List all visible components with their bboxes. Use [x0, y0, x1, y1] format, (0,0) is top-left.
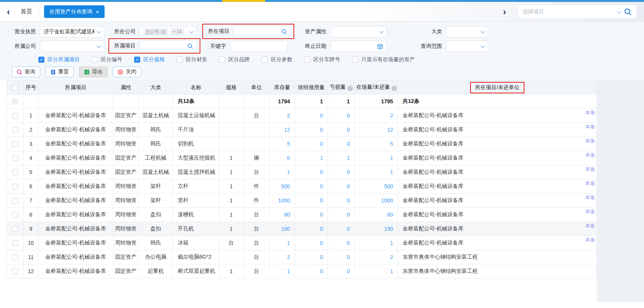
cell-team-qty[interactable]: 0: [295, 236, 328, 250]
cell-team-qty[interactable]: 0: [295, 165, 328, 179]
forward-chevron-icon[interactable]: ›: [503, 7, 506, 16]
cell-loss-qty[interactable]: 0: [328, 109, 355, 123]
cell-loss-qty[interactable]: 0: [328, 123, 355, 137]
keyword-input[interactable]: [230, 41, 287, 52]
cell-loss-qty[interactable]: 0: [328, 137, 355, 151]
checkbox-icon[interactable]: [262, 57, 268, 63]
close-button[interactable]: 关闭: [113, 67, 141, 77]
cell-team-qty[interactable]: 0: [295, 222, 328, 236]
cell-onsite-qty[interactable]: 12: [355, 123, 398, 137]
checkbox-icon[interactable]: [304, 57, 310, 63]
checkbox-icon[interactable]: [92, 57, 98, 63]
search-icon[interactable]: [624, 8, 632, 16]
cell-stock-qty[interactable]: 12: [270, 123, 295, 137]
cell-stock-qty[interactable]: 0: [270, 151, 295, 165]
cell-onsite-qty[interactable]: 500: [355, 179, 398, 194]
end-date-input[interactable]: [330, 41, 387, 52]
checkbox-distinguish-number[interactable]: 区分编号: [92, 56, 122, 63]
cell-stock-qty[interactable]: 1: [270, 236, 295, 250]
row-checkbox[interactable]: [12, 198, 18, 204]
cell-loss-qty[interactable]: 0: [328, 222, 355, 236]
cell-team-qty[interactable]: 0: [295, 179, 328, 194]
cell-loss-qty[interactable]: 0: [328, 264, 355, 279]
tab-active-asset-query[interactable]: 在用资产分布查询 ×: [44, 5, 105, 18]
asset-attribute-select[interactable]: [330, 26, 387, 37]
onsite-link[interactable]: 本场: [585, 237, 595, 243]
row-checkbox[interactable]: [12, 155, 18, 161]
cell-onsite-qty[interactable]: 1000: [355, 194, 398, 208]
cell-onsite-qty[interactable]: 80: [355, 208, 398, 222]
cell-loss-qty[interactable]: 0: [328, 179, 355, 194]
close-tab-icon[interactable]: ×: [96, 9, 99, 15]
cell-onsite-qty[interactable]: 1: [355, 151, 398, 165]
cell-onsite-qty[interactable]: 5: [355, 137, 398, 151]
row-checkbox[interactable]: [12, 212, 18, 218]
onsite-link[interactable]: 本场: [585, 209, 595, 215]
chevron-down-icon[interactable]: [617, 9, 621, 13]
cell-onsite-qty[interactable]: 2: [355, 250, 398, 264]
cell-loss-qty[interactable]: 1: [328, 151, 355, 165]
business-license-select[interactable]: 济宁金虹装配式建筑科技: [40, 26, 104, 37]
cell-onsite-qty[interactable]: 2: [355, 109, 398, 123]
cell-onsite-qty[interactable]: 190: [355, 222, 398, 236]
row-checkbox[interactable]: [12, 141, 18, 147]
owning-project-input[interactable]: [139, 40, 197, 52]
tab-home[interactable]: 首页: [21, 8, 32, 15]
checkbox-icon[interactable]: ✓: [38, 57, 44, 63]
back-chevron-icon[interactable]: ‹: [7, 7, 10, 16]
cell-loss-qty[interactable]: 0: [328, 194, 355, 208]
owning-company-select[interactable]: [40, 41, 104, 52]
export-button[interactable]: X导出: [79, 67, 108, 77]
cell-stock-qty[interactable]: 5: [270, 137, 295, 151]
cell-stock-qty[interactable]: 2: [270, 109, 295, 123]
cell-team-qty[interactable]: 0: [295, 208, 328, 222]
query-button[interactable]: 查询: [11, 67, 40, 77]
cell-onsite-qty[interactable]: 1: [355, 264, 398, 279]
cell-team-qty[interactable]: 0: [295, 194, 328, 208]
checkbox-icon[interactable]: ✓: [134, 57, 140, 63]
cell-team-qty[interactable]: 0: [295, 123, 328, 137]
cell-loss-qty[interactable]: 0: [328, 208, 355, 222]
onsite-link[interactable]: 本场: [585, 194, 595, 201]
row-checkbox[interactable]: [12, 184, 18, 189]
cell-stock-qty[interactable]: 2: [270, 250, 295, 264]
checkbox-icon[interactable]: [177, 57, 183, 63]
row-checkbox[interactable]: [12, 226, 18, 232]
cell-team-qty[interactable]: 0: [295, 109, 328, 123]
select-all-checkbox[interactable]: [12, 85, 18, 91]
cell-stock-qty[interactable]: 190: [270, 222, 295, 236]
cell-stock-qty[interactable]: 1000: [270, 194, 295, 208]
cell-team-qty[interactable]: 1: [295, 151, 328, 165]
cell-team-qty[interactable]: 0: [295, 137, 328, 151]
cell-stock-qty[interactable]: 80: [270, 208, 295, 222]
reset-button[interactable]: 重置: [45, 67, 74, 77]
row-checkbox[interactable]: [12, 240, 18, 246]
cell-stock-qty[interactable]: 500: [270, 179, 295, 194]
checkbox-distinguish-spec[interactable]: ✓区分规格: [134, 56, 165, 63]
current-company-select[interactable]: 总公司✕+ 14: [139, 26, 197, 37]
checkbox-only-onsite-assets[interactable]: 只显示有在场量的资产: [352, 56, 415, 63]
remove-tag-icon[interactable]: ✕: [161, 29, 166, 34]
row-checkbox[interactable]: [12, 169, 18, 175]
query-scope-select[interactable]: [446, 41, 488, 52]
major-category-select[interactable]: [446, 26, 488, 37]
cell-team-qty[interactable]: 0: [295, 264, 328, 279]
current-project-input[interactable]: [233, 26, 291, 37]
cell-stock-qty[interactable]: 1: [270, 165, 295, 179]
row-checkbox[interactable]: [12, 269, 18, 274]
onsite-link[interactable]: 本场: [585, 180, 595, 187]
checkbox-distinguish-parameter[interactable]: 区分参数: [262, 56, 292, 63]
cell-team-qty[interactable]: 0: [295, 250, 328, 264]
row-checkbox[interactable]: [12, 254, 18, 260]
cell-loss-qty[interactable]: 0: [328, 236, 355, 250]
checkbox-icon[interactable]: [352, 57, 358, 63]
project-select-box[interactable]: 选择项目: [518, 5, 637, 19]
onsite-link[interactable]: 本场: [585, 109, 595, 116]
checkbox-distinguish-material[interactable]: 区分材质: [177, 56, 207, 63]
checkbox-icon[interactable]: [219, 57, 225, 63]
cell-loss-qty[interactable]: 0: [328, 165, 355, 179]
info-icon[interactable]: i: [392, 86, 397, 91]
row-checkbox[interactable]: [12, 113, 18, 119]
row-checkbox[interactable]: [12, 127, 18, 133]
info-icon[interactable]: i: [347, 86, 353, 91]
